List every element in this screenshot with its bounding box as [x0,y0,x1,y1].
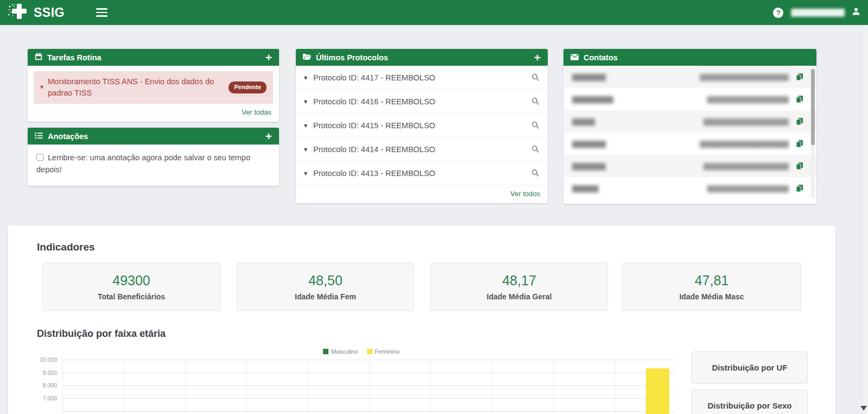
copy-icon[interactable] [796,140,803,148]
stat-idade-media-masc: 47,81 Idade Média Masc [622,262,801,311]
copy-icon[interactable] [796,95,803,103]
y-tick: 10.000 [27,356,57,363]
tarefa-text: Monitoramento TISS ANS - Envio dos dados… [48,76,227,99]
masculino-swatch-icon [323,349,328,354]
copy-icon[interactable] [796,162,803,170]
contact-name-redacted: █████████ [572,141,605,147]
user-icon[interactable] [852,7,860,18]
stat-label: Idade Média Geral [487,292,552,301]
contact-row[interactable]: ███████████ ██████████████████████ [563,88,816,110]
ver-todas-link[interactable]: Ver todas [28,104,279,122]
protocolo-label: Protocolo ID: 4417 - REEMBOLSO [313,73,435,82]
chart-gridline [62,385,675,386]
caret-down-icon[interactable]: ▾ [304,122,307,129]
search-icon[interactable] [531,121,540,129]
contatos-title: Contatos [584,53,618,62]
copy-icon[interactable] [796,184,803,192]
chart-gridlines-vertical [62,360,675,414]
contact-name-redacted: ██████ [572,118,594,125]
caret-down-icon[interactable]: ▾ [304,170,307,177]
anotacoes-body: Lembre-se: uma anotação agora pode salva… [28,145,279,186]
contact-name-redacted: ███████████ [572,96,613,103]
legend-masculino[interactable]: Masculino [323,348,358,355]
caret-down-icon[interactable]: ▾ [304,98,307,105]
app-logo[interactable]: SSIG [8,3,65,22]
navbar-right: ? █████████████ [773,7,860,18]
search-icon[interactable] [531,145,540,153]
add-anotacao-button[interactable]: + [265,130,272,142]
calendar-icon [35,53,42,62]
distribuicao-uf-button[interactable]: Distribuição por UF [692,352,808,384]
contacts-scrollbar[interactable] [811,68,815,198]
legend-label: Feminino [375,348,400,355]
search-icon[interactable] [531,97,540,105]
caret-down-icon[interactable]: ▾ [304,74,307,81]
legend-feminino[interactable]: Feminino [367,348,400,355]
add-protocolo-button[interactable]: + [534,52,541,63]
protocolos-title: Últimos Protocolos [316,53,388,62]
protocolo-label: Protocolo ID: 4416 - REEMBOLSO [313,97,435,106]
card-contatos: Contatos █████████ █████████████████████… [563,49,816,204]
add-tarefa-button[interactable]: + [265,52,272,63]
search-icon[interactable] [531,73,540,81]
card-ultimos-protocolos: Últimos Protocolos + ▾ Protocolo ID: 441… [296,49,548,203]
protocolo-row[interactable]: ▾ Protocolo ID: 4414 - REEMBOLSO [296,137,548,161]
copy-icon[interactable] [796,73,803,81]
note-checkbox[interactable] [36,154,43,161]
y-tick: 7.000 [27,395,57,402]
contact-email-redacted: ███████████████████████ [704,163,788,170]
caret-down-icon[interactable]: ▾ [304,146,307,153]
tarefa-item[interactable]: ▾ Monitoramento TISS ANS - Envio dos dad… [34,71,273,104]
help-icon[interactable]: ? [773,8,783,18]
feminino-bar[interactable] [646,368,669,414]
search-icon[interactable] [531,169,540,177]
medical-cross-logo-icon [8,3,29,22]
anotacoes-header: Anotações + [28,128,279,145]
contact-row[interactable]: █████████ ████████████████████████ [563,66,816,88]
caret-down-icon[interactable]: ▾ [40,83,43,92]
stat-label: Idade Média Fem [295,292,356,301]
protocolo-row[interactable]: ▾ Protocolo ID: 4417 - REEMBOLSO [296,66,548,90]
page-scrollbar[interactable] [863,25,868,414]
stat-label: Idade Média Masc [679,292,744,301]
contact-name-redacted: ███████ [572,185,598,192]
chart-legend: Masculino Feminino [323,348,400,355]
contact-name-redacted: █████████ [572,163,605,170]
feminino-swatch-icon [367,349,372,354]
scroll-down-arrow-icon[interactable] [860,406,867,411]
contact-email-redacted: ██████████████████████ [707,185,788,192]
contact-row[interactable]: █████████ ███████████████████████ [563,155,816,177]
legend-label: Masculino [331,348,358,355]
stat-label: Total Beneficiários [98,292,165,301]
contact-email-redacted: ████████████████████████ [700,141,788,147]
tarefas-body: ▾ Monitoramento TISS ANS - Envio dos dad… [28,66,279,104]
list-icon [35,132,43,141]
contact-email-redacted: ██████████████████████ [707,96,788,103]
copy-icon[interactable] [796,117,803,126]
protocolo-row[interactable]: ▾ Protocolo ID: 4413 - REEMBOLSO [296,161,548,185]
status-badge: Pendente [229,81,267,93]
menu-icon[interactable] [96,8,107,17]
y-tick: 8.000 [27,382,57,388]
chart-gridline [62,398,675,399]
brand-name: SSIG [34,5,65,20]
protocolo-row[interactable]: ▾ Protocolo ID: 4416 - REEMBOLSO [296,90,548,114]
stat-value: 47,81 [695,273,729,288]
contact-row[interactable]: ██████ ███████████████████████ [563,110,816,133]
contacts-scrollbar-thumb[interactable] [811,69,815,145]
protocolo-row[interactable]: ▾ Protocolo ID: 4415 - REEMBOLSO [296,114,548,137]
contact-row[interactable]: ███████ ██████████████████████ [563,177,816,199]
stat-total-beneficiarios: 49300 Total Beneficiários [42,262,220,311]
card-anotacoes: Anotações + Lembre-se: uma anotação agor… [28,128,279,186]
ver-todos-link[interactable]: Ver todos [296,185,548,203]
protocolo-label: Protocolo ID: 4414 - REEMBOLSO [313,145,435,154]
tarefas-title: Tarefas Rotina [47,53,102,62]
contact-row[interactable]: █████████ ████████████████████████ [563,133,816,155]
protocolos-header: Últimos Protocolos + [296,49,548,66]
username-redacted[interactable]: █████████████ [791,9,844,16]
distribuicao-sexo-button[interactable]: Distribuição por Sexo [692,390,808,414]
stat-value: 49300 [112,273,150,288]
navbar: SSIG ? █████████████ [0,0,868,25]
stat-value: 48,50 [308,273,343,288]
indicadores-title: Indicadores [37,241,95,253]
